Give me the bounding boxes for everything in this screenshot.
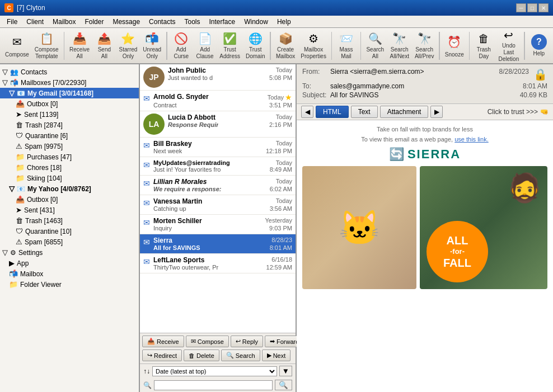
menu-help[interactable]: Help [273, 16, 296, 28]
contacts-section[interactable]: ▽ 👥 Contacts [0, 67, 139, 77]
email-item-leftlane-row1: LeftLane Sports 6/16/18 [153, 256, 292, 264]
search-all-prev-label: SearchAll/Prev [415, 46, 434, 60]
add-curse-button[interactable]: 🚫 AddCurse [171, 30, 192, 62]
search-all-prev-button[interactable]: 🔭 SearchAll/Prev [413, 30, 435, 62]
info-link[interactable]: use this link. [454, 136, 489, 143]
compose-button[interactable]: ✉ Compose [3, 30, 31, 62]
starred-only-label: StarredOnly [119, 46, 138, 60]
gmail-purchases[interactable]: 📁 Purchases [47] [0, 152, 139, 162]
receive-all-button[interactable]: 📥 ReceiveAll [68, 30, 91, 62]
gmail-chores[interactable]: 📁 Chores [18] [0, 162, 139, 173]
quarantine-icon: 🛡 [16, 131, 23, 140]
send-all-button[interactable]: 📤 SendAll [93, 30, 115, 62]
trash-day-button[interactable]: 🗑 TrashDay [473, 30, 494, 62]
yahoo-spam[interactable]: ⚠ Spam [6855] [0, 237, 139, 247]
gmail-skiing[interactable]: 📁 Skiing [104] [0, 173, 139, 183]
settings-folder-viewer-label: Folder Viewer [20, 281, 62, 289]
unread-only-button[interactable]: 📬 UnreadOnly [141, 30, 163, 62]
gmail-sent[interactable]: ➤ Sent [1139] [0, 109, 139, 120]
settings-folder-viewer[interactable]: 📁 Folder Viewer [0, 279, 139, 290]
close-button[interactable]: ✕ [538, 3, 549, 12]
menu-folder[interactable]: Folder [80, 16, 108, 28]
yahoo-item[interactable]: ▽ 📧 My Yahoo [4/0/8762] [0, 183, 139, 194]
next-button[interactable]: ▶ Next [262, 350, 291, 361]
receive-button[interactable]: 📥 Receive [142, 336, 184, 347]
sort-options-button[interactable]: ▼ [279, 366, 292, 376]
purchases-icon: 📁 [16, 153, 25, 161]
email-item-lillian-row1: Lillian R Morales Today [153, 178, 292, 186]
create-mailbox-button[interactable]: 📦 CreateMailbox [274, 30, 297, 62]
settings-section[interactable]: ▽ ⚙ Settings [0, 247, 139, 258]
envelope-morten: ✉ [143, 218, 150, 227]
prev-email-button[interactable]: ◀ [301, 106, 313, 118]
search-all-button[interactable]: 🔍 SearchAll [364, 30, 386, 62]
search-all-next-label: SearchAll/Next [390, 46, 409, 60]
from-label: From: [302, 68, 330, 81]
trust-domain-button[interactable]: 🌐 TrustDomain [244, 30, 266, 62]
gmail-outbox[interactable]: 📤 Outbox [0] [0, 98, 139, 109]
search-button[interactable]: 🔍 Search [221, 350, 260, 361]
email-item-bill[interactable]: ✉ Bill Braskey Today Next week 12:18 PM [140, 138, 296, 157]
email-item-vanessa[interactable]: ✉ Vanessa Martin Today Catching up 3:56 … [140, 195, 296, 215]
tab-html[interactable]: HTML [316, 106, 349, 118]
undo-last-deletion-button[interactable]: ↩ Undo LastDeletion [497, 30, 521, 62]
add-clause-button[interactable]: 📄 AddClause [194, 30, 215, 62]
sort-select[interactable]: Date (latest at top) [152, 366, 277, 376]
menu-contacts[interactable]: Contacts [144, 16, 180, 28]
email-item-john-public[interactable]: JP John Public Today Just wanted to d 5:… [140, 64, 296, 91]
email-item-sierra[interactable]: ✉ Sierra 8/28/23 All for SAVINGS 8:01 AM [140, 234, 296, 254]
email-time-myupdates: Today [276, 159, 292, 166]
help-button[interactable]: ? Help [528, 30, 550, 62]
email-item-lillian[interactable]: ✉ Lillian R Morales Today We require a r… [140, 176, 296, 195]
settings-mailbox[interactable]: 📬 Mailbox [0, 268, 139, 279]
minimize-button[interactable]: ─ [516, 3, 526, 12]
gmail-spam[interactable]: ⚠ Spam [9975] [0, 141, 139, 152]
redirect-button[interactable]: ↪ Redirect [142, 350, 182, 361]
email-item-arnold[interactable]: ✉ Arnold G. Snyder Today ★ Contract 3:51… [140, 91, 296, 111]
compose-email-button[interactable]: ✉ Compose [186, 336, 229, 347]
menu-file[interactable]: File [2, 16, 22, 28]
starred-only-button[interactable]: ⭐ StarredOnly [118, 30, 139, 62]
maximize-button[interactable]: □ [527, 3, 537, 12]
settings-app[interactable]: ▶ App [0, 258, 139, 268]
yahoo-sent-icon: ➤ [16, 206, 22, 214]
search-go-button[interactable]: 🔍 [275, 380, 292, 390]
email-item-lucia[interactable]: LA Lucia D Abbott Today Response Requir … [140, 111, 296, 138]
menu-window[interactable]: Window [240, 16, 273, 28]
search-all-next-button[interactable]: 🔭 SearchAll/Next [388, 30, 410, 62]
next-email-button[interactable]: ▶ [430, 106, 443, 118]
email-search-input[interactable] [154, 380, 273, 390]
send-all-label: SendAll [98, 46, 111, 60]
email-item-sierra-row2: All for SAVINGS 8:01 AM [153, 244, 292, 251]
email-item-myupdates[interactable]: ✉ MyUpdates@sierratrading Today Just in!… [140, 157, 296, 176]
yahoo-quarantine[interactable]: 🛡 Quarantine [10] [0, 226, 139, 237]
email-to-row: To: sales@gammadyne.com 8:01 AM [302, 82, 547, 90]
gmail-item[interactable]: ▽ 📧 My Gmail [3/0/14168] [0, 88, 139, 98]
email-item-leftlane[interactable]: ✉ LeftLane Sports 6/16/18 ThirtyTwo oute… [140, 254, 296, 273]
search-all-icon: 🔍 [366, 32, 384, 46]
compose-template-button[interactable]: 📋 ComposeTemplate [33, 30, 60, 62]
email-item-morten[interactable]: ✉ Morten Schiller Yesterday Inquiry 9:03… [140, 215, 296, 234]
yahoo-sent[interactable]: ➤ Sent [431] [0, 205, 139, 215]
tab-attachment[interactable]: Attachment [380, 106, 429, 118]
reply-button[interactable]: ↩ Reply [231, 336, 263, 347]
to-label: To: [302, 82, 330, 90]
gmail-trash[interactable]: 🗑 Trash [2874] [0, 120, 139, 130]
menu-interface[interactable]: Interface [204, 16, 240, 28]
gmail-quarantine[interactable]: 🛡 Quarantine [6] [0, 130, 139, 141]
trust-link[interactable]: Click to trust >>> 🤜 [488, 108, 549, 116]
mass-mail-button[interactable]: 📨 MassMail [335, 30, 357, 62]
yahoo-outbox[interactable]: 📤 Outbox [0] [0, 194, 139, 205]
mailboxes-section[interactable]: ▽ 📬 Mailboxes [7/0/22930] [0, 77, 139, 88]
delete-button[interactable]: 🗑 Delete [184, 350, 219, 361]
menu-tools[interactable]: Tools [180, 16, 204, 28]
menu-mailbox[interactable]: Mailbox [48, 16, 80, 28]
menu-client[interactable]: Client [22, 16, 48, 28]
trust-address-button[interactable]: ✅ TrustAddress [218, 30, 242, 62]
tab-text[interactable]: Text [351, 106, 378, 118]
menu-message[interactable]: Message [108, 16, 144, 28]
snooze-button[interactable]: ⏰ Snooze [443, 30, 466, 62]
mailboxes-expand-icon: ▽ [2, 78, 8, 87]
yahoo-trash[interactable]: 🗑 Trash [1463] [0, 215, 139, 226]
mailbox-properties-button[interactable]: ⚙ MailboxProperties [299, 30, 328, 62]
